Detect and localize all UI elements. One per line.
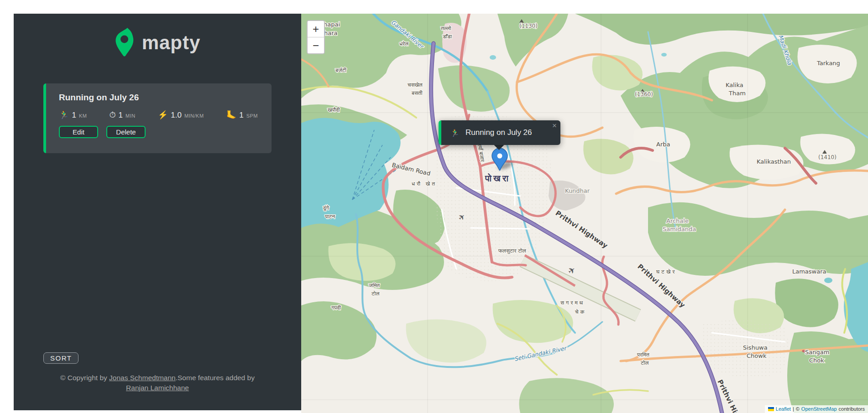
map-label: (1130): [519, 23, 538, 29]
map-label: Chok: [809, 357, 824, 364]
popup-text: Running on July 26: [465, 128, 532, 137]
map-label: बसती: [411, 90, 423, 96]
map-label: धरेल: [399, 41, 408, 47]
zoom-in-button[interactable]: +: [308, 21, 324, 37]
map-label: डाँडा: [442, 33, 452, 40]
stat-cadence: 🦶 1 SPM: [226, 110, 258, 120]
workout-buttons: Edit Delete: [59, 126, 258, 138]
copyright: © Copyright by Jonas Schmedtmann.Some fe…: [14, 373, 301, 393]
map-label: बर्जटी: [335, 67, 346, 73]
author-link[interactable]: Jonas Schmedtmann: [109, 374, 176, 382]
lightning-icon: ⚡: [158, 110, 168, 120]
stat-pace: ⚡ 1.0 MIN/KM: [158, 110, 204, 120]
map-label: परमित: [637, 351, 649, 358]
workout-stats: 🏃‍♂️ 1 KM ⏱ 1 MIN ⚡ 1.0 MIN/KM 🦶 1: [59, 110, 258, 120]
map-label: गपदी: [331, 305, 341, 311]
map-label: ढुंगे: [323, 205, 329, 211]
map-label: पाटन: [324, 213, 335, 220]
map-label: (1410): [818, 154, 837, 160]
map-label: Archale: [666, 217, 689, 224]
mapty-app: mapty Running on July 26 🏃‍♂️ 1 KM ⏱ 1 M…: [14, 14, 868, 413]
sidebar: mapty Running on July 26 🏃‍♂️ 1 KM ⏱ 1 M…: [14, 14, 301, 410]
map-label: धरौ खेत: [412, 181, 437, 187]
map-label: Samidanda: [663, 226, 696, 232]
edit-button[interactable]: Edit: [59, 126, 98, 138]
map-label: घटखेर: [656, 268, 676, 275]
map-label: Kalikasthan: [757, 158, 791, 165]
zoom-control: + −: [307, 20, 325, 54]
leaflet-link[interactable]: Leaflet: [776, 406, 791, 412]
stat-duration: ⏱ 1 MIN: [110, 110, 136, 120]
map-label: Sishuwa: [743, 344, 768, 351]
osm-link[interactable]: OpenStreetMap: [801, 406, 837, 412]
foot-icon: 🦶: [226, 110, 236, 120]
map[interactable]: ✈ ✈ ChapaiThara(1130)तल्लोडाँडाधरेलबर्जट…: [301, 14, 868, 413]
map-tiles: ✈ ✈ ChapaiThara(1130)तल्लोडाँडाधरेलबर्जट…: [301, 14, 868, 413]
map-label: Tarkang: [816, 60, 840, 67]
mapty-pin-icon: [115, 27, 135, 58]
map-label: तल्लो: [440, 25, 451, 31]
ukraine-flag-icon: [768, 407, 774, 411]
map-attribution: Leaflet | © OpenStreetMap contributors: [765, 405, 868, 413]
map-label: चेक: [575, 309, 586, 315]
map-marker[interactable]: [490, 147, 510, 171]
runner-icon: 🏃‍♂️: [450, 129, 460, 137]
map-label: Sangam: [805, 349, 829, 356]
delete-button[interactable]: Delete: [106, 126, 146, 138]
logo-text: mapty: [142, 32, 201, 54]
map-label: (1360): [635, 91, 653, 98]
stat-distance: 🏃‍♂️ 1 KM: [59, 110, 87, 120]
map-label: पोखरा: [485, 173, 510, 184]
map-label: सगरमथ: [560, 299, 585, 306]
map-label: फलसुटार टोल: [498, 248, 526, 254]
map-label: टोल: [371, 290, 380, 297]
map-label: चसखेल: [407, 82, 423, 88]
sort-button[interactable]: SORT: [43, 352, 78, 364]
map-label: Tham: [728, 90, 746, 97]
map-label: टोल: [640, 360, 649, 366]
runner-icon: 🏃‍♂️: [59, 110, 69, 120]
stopwatch-icon: ⏱: [110, 110, 116, 120]
map-label: Kalika: [726, 82, 743, 88]
map-label: Arba: [656, 141, 670, 148]
zoom-out-button[interactable]: −: [308, 37, 324, 53]
map-label: खपौदी: [327, 107, 340, 113]
workout-popup: 🏃‍♂️ Running on July 26 ×: [439, 120, 560, 145]
contributor-link[interactable]: Ranjan Lamichhane: [126, 384, 189, 392]
logo: mapty: [14, 27, 301, 58]
map-label: जमित: [368, 282, 380, 289]
popup-close-icon[interactable]: ×: [552, 121, 557, 130]
workout-title: Running on July 26: [59, 93, 258, 103]
map-label: Lamaswara: [792, 268, 826, 275]
map-label: Chowk: [747, 352, 767, 359]
workout-card[interactable]: Running on July 26 🏃‍♂️ 1 KM ⏱ 1 MIN ⚡ 1…: [43, 83, 272, 153]
map-label: Kundhar: [565, 187, 590, 194]
